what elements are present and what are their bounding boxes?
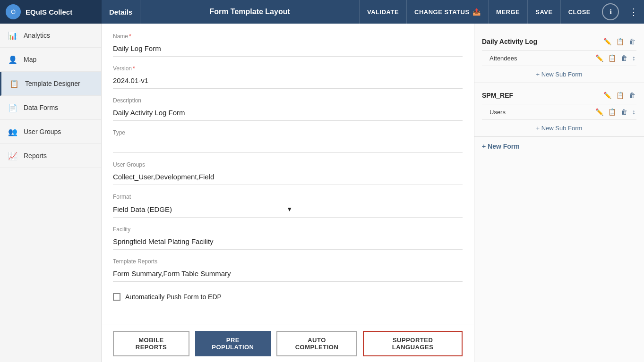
facility-value[interactable]: Springfield Metal Plating Facility bbox=[113, 235, 463, 250]
form-tree-sub-users: Users ✏️ 📋 🗑 ↕ bbox=[482, 104, 636, 120]
auto-completion-button[interactable]: AUTO COMPLETION bbox=[276, 331, 358, 356]
users-edit-icon[interactable]: ✏️ bbox=[594, 107, 604, 117]
info-button[interactable]: ℹ bbox=[602, 3, 619, 20]
users-copy-icon[interactable]: 📋 bbox=[607, 107, 617, 117]
template-reports-field-group: Template Reports Form Summary,Form Table… bbox=[113, 258, 463, 282]
template-reports-value[interactable]: Form Summary,Form Table Summary bbox=[113, 267, 463, 282]
auto-push-label: Automatically Push Form to EDP bbox=[125, 293, 222, 301]
supported-languages-button[interactable]: SUPPORTED LANGUAGES bbox=[363, 331, 463, 356]
type-value[interactable] bbox=[113, 138, 463, 153]
version-value[interactable]: 2024.01-v1 bbox=[113, 74, 463, 89]
form-panel: Name * Daily Log Form Version * 2024.01-… bbox=[102, 24, 474, 325]
format-value: Field Data (EDGE) bbox=[113, 205, 288, 213]
sidebar: 📊 Analytics 👤 Map 📋 Template Designer 📄 … bbox=[0, 24, 102, 362]
sidebar-label-map: Map bbox=[24, 56, 36, 63]
analytics-icon: 📊 bbox=[8, 30, 18, 41]
format-dropdown[interactable]: Field Data (EDGE) ▾ bbox=[113, 202, 463, 218]
sidebar-item-analytics[interactable]: 📊 Analytics bbox=[0, 24, 101, 48]
version-required: * bbox=[133, 65, 135, 72]
mobile-reports-button[interactable]: MOBILE REPORTS bbox=[113, 331, 189, 356]
nav-section-title: Details bbox=[109, 8, 132, 16]
form-tree-item-daily-activity-log: Daily Activity Log ✏️ 📋 🗑 bbox=[482, 33, 636, 51]
pre-population-button[interactable]: PRE POPULATION bbox=[195, 331, 271, 356]
data-forms-icon: 📄 bbox=[8, 102, 18, 113]
type-field-group: Type bbox=[113, 129, 463, 153]
user-groups-icon: 👥 bbox=[8, 126, 18, 137]
daily-activity-log-copy-icon[interactable]: 📋 bbox=[615, 37, 625, 46]
attendees-actions: ✏️ 📋 🗑 ↕ bbox=[594, 53, 636, 63]
daily-activity-log-delete-icon[interactable]: 🗑 bbox=[628, 37, 636, 46]
attendees-delete-icon[interactable]: 🗑 bbox=[620, 53, 628, 63]
sidebar-item-user-groups[interactable]: 👥 User Groups bbox=[0, 120, 101, 144]
daily-activity-log-edit-icon[interactable]: ✏️ bbox=[602, 37, 612, 46]
attendees-edit-icon[interactable]: ✏️ bbox=[594, 53, 604, 63]
daily-activity-log-name: Daily Activity Log bbox=[482, 38, 537, 45]
app-body: 📊 Analytics 👤 Map 📋 Template Designer 📄 … bbox=[0, 24, 644, 362]
spm-ref-actions: ✏️ 📋 🗑 bbox=[602, 91, 636, 100]
name-label: Name * bbox=[113, 33, 463, 40]
brand-logo-text: ⬡ bbox=[11, 9, 16, 15]
description-label: Description bbox=[113, 97, 463, 104]
user-groups-value[interactable]: Collect_User,Development,Field bbox=[113, 170, 463, 185]
form-tree-spm-ref: SPM_REF ✏️ 📋 🗑 Users ✏️ 📋 🗑 ↕ bbox=[474, 83, 644, 120]
right-panel: Daily Activity Log ✏️ 📋 🗑 Attendees ✏️ 📋… bbox=[474, 24, 644, 362]
users-actions: ✏️ 📋 🗑 ↕ bbox=[594, 107, 636, 117]
spm-ref-delete-icon[interactable]: 🗑 bbox=[628, 91, 636, 100]
sidebar-label-analytics: Analytics bbox=[24, 32, 50, 39]
more-menu-button[interactable]: ⋮ bbox=[623, 0, 644, 24]
description-value[interactable]: Daily Activity Log Form bbox=[113, 106, 463, 121]
type-label: Type bbox=[113, 129, 463, 136]
form-tree-daily-activity-log: Daily Activity Log ✏️ 📋 🗑 Attendees ✏️ 📋… bbox=[474, 29, 644, 66]
user-groups-label: User Groups bbox=[113, 161, 463, 168]
spm-ref-copy-icon[interactable]: 📋 bbox=[615, 91, 625, 100]
name-required: * bbox=[129, 33, 131, 40]
name-value[interactable]: Daily Log Form bbox=[113, 42, 463, 57]
nav-details-section: Details bbox=[102, 0, 140, 24]
description-field-group: Description Daily Activity Log Form bbox=[113, 97, 463, 121]
sidebar-label-user-groups: User Groups bbox=[24, 128, 61, 135]
sidebar-label-reports: Reports bbox=[24, 152, 47, 160]
attendees-copy-icon[interactable]: 📋 bbox=[607, 53, 617, 63]
sidebar-label-data-forms: Data Forms bbox=[24, 104, 58, 111]
facility-label: Facility bbox=[113, 226, 463, 233]
brand-name: EQuIS Collect bbox=[26, 8, 72, 16]
users-reorder-icon[interactable]: ↕ bbox=[631, 107, 636, 117]
nav-page-title: Form Template Layout bbox=[140, 8, 359, 16]
bottom-bar: MOBILE REPORTS PRE POPULATION AUTO COMPL… bbox=[102, 325, 474, 362]
spm-ref-name: SPM_REF bbox=[482, 92, 513, 99]
attendees-name: Attendees bbox=[489, 55, 517, 62]
reports-icon: 📈 bbox=[8, 151, 18, 161]
users-name: Users bbox=[489, 109, 506, 116]
facility-field-group: Facility Springfield Metal Plating Facil… bbox=[113, 226, 463, 250]
sidebar-item-reports[interactable]: 📈 Reports bbox=[0, 144, 101, 168]
change-status-button[interactable]: CHANGE STATUS 📤 bbox=[406, 0, 488, 24]
spm-ref-edit-icon[interactable]: ✏️ bbox=[602, 91, 612, 100]
new-form-button[interactable]: + New Form bbox=[474, 137, 644, 156]
validate-button[interactable]: VALIDATE bbox=[359, 0, 406, 24]
sidebar-item-map[interactable]: 👤 Map bbox=[0, 48, 101, 72]
auto-push-checkbox[interactable] bbox=[113, 293, 120, 301]
new-sub-form-daily-activity-log-button[interactable]: + New Sub Form bbox=[474, 66, 644, 83]
version-field-group: Version * 2024.01-v1 bbox=[113, 65, 463, 89]
save-button[interactable]: SAVE bbox=[527, 0, 560, 24]
change-status-icon: 📤 bbox=[472, 8, 481, 16]
users-delete-icon[interactable]: 🗑 bbox=[620, 107, 628, 117]
daily-activity-log-actions: ✏️ 📋 🗑 bbox=[602, 37, 636, 46]
nav-actions: VALIDATE CHANGE STATUS 📤 MERGE SAVE CLOS… bbox=[359, 0, 644, 24]
sidebar-item-data-forms[interactable]: 📄 Data Forms bbox=[0, 96, 101, 120]
form-tree-item-spm-ref: SPM_REF ✏️ 📋 🗑 bbox=[482, 87, 636, 104]
format-label: Format bbox=[113, 194, 463, 200]
format-field-group: Format Field Data (EDGE) ▾ bbox=[113, 194, 463, 218]
form-tree-sub-attendees: Attendees ✏️ 📋 🗑 ↕ bbox=[482, 51, 636, 66]
template-reports-label: Template Reports bbox=[113, 258, 463, 265]
brand-logo: ⬡ bbox=[6, 4, 21, 19]
sidebar-item-template-designer[interactable]: 📋 Template Designer bbox=[0, 72, 101, 96]
main-content: Name * Daily Log Form Version * 2024.01-… bbox=[102, 24, 474, 362]
new-sub-form-spm-ref-button[interactable]: + New Sub Form bbox=[474, 120, 644, 137]
close-button[interactable]: CLOSE bbox=[560, 0, 598, 24]
auto-push-checkbox-area[interactable]: Automatically Push Form to EDP bbox=[113, 293, 463, 301]
attendees-reorder-icon[interactable]: ↕ bbox=[631, 53, 636, 63]
name-field-group: Name * Daily Log Form bbox=[113, 33, 463, 57]
top-navbar: ⬡ EQuIS Collect Details Form Template La… bbox=[0, 0, 644, 24]
merge-button[interactable]: MERGE bbox=[488, 0, 527, 24]
